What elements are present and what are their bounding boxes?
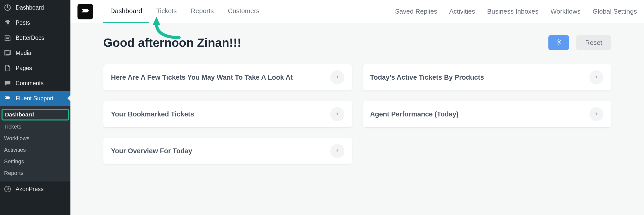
submenu-item-dashboard[interactable]: Dashboard <box>2 109 69 120</box>
card-active-tickets-products[interactable]: Today's Active Tickets By Products <box>362 64 611 91</box>
sidebar-label: Pages <box>16 65 32 72</box>
media-icon <box>4 49 12 57</box>
sidebar-item-dashboard[interactable]: Dashboard <box>0 0 70 15</box>
docs-icon <box>4 34 12 42</box>
expand-button[interactable] <box>330 144 344 158</box>
card-bookmarked-tickets[interactable]: Your Bookmarked Tickets <box>103 101 352 128</box>
tab-dashboard[interactable]: Dashboard <box>103 0 149 23</box>
fluent-support-icon <box>4 94 12 102</box>
sidebar-submenu: Dashboard Tickets Workflows Activities S… <box>0 106 70 181</box>
tab-label: Customers <box>228 7 260 15</box>
submenu-label: Activities <box>4 147 26 153</box>
chevron-right-icon <box>335 74 340 80</box>
chevron-right-icon <box>335 148 340 154</box>
tab-label: Reports <box>191 7 214 15</box>
tab-tickets[interactable]: Tickets <box>149 0 184 23</box>
link-workflows[interactable]: Workflows <box>550 8 580 15</box>
tab-label: Dashboard <box>110 7 142 15</box>
card-title: Your Overview For Today <box>111 147 192 155</box>
tab-customers[interactable]: Customers <box>221 0 267 23</box>
expand-button[interactable] <box>589 70 603 84</box>
chevron-right-icon <box>594 111 599 117</box>
reset-button[interactable]: Reset <box>576 35 611 50</box>
card-agent-performance[interactable]: Agent Performance (Today) <box>362 101 611 128</box>
submenu-label: Reports <box>4 170 23 176</box>
wp-admin-sidebar: Dashboard Posts BetterDocs Media Pages C… <box>0 0 70 215</box>
tab-reports[interactable]: Reports <box>184 0 221 23</box>
chevron-right-icon <box>335 111 340 117</box>
submenu-item-tickets[interactable]: Tickets <box>0 121 70 133</box>
submenu-label: Dashboard <box>5 111 34 118</box>
link-label: Business Inboxes <box>487 8 538 15</box>
link-label: Saved Replies <box>395 8 437 15</box>
sidebar-item-comments[interactable]: Comments <box>0 76 70 91</box>
sidebar-label: Fluent Support <box>16 95 54 102</box>
dashboard-icon <box>4 4 12 12</box>
submenu-label: Workflows <box>4 135 29 141</box>
link-label: Workflows <box>550 8 580 15</box>
svg-point-4 <box>558 41 560 43</box>
comment-icon <box>4 79 12 87</box>
dashboard-cards: Here Are A Few Tickets You May Want To T… <box>103 64 611 164</box>
topbar-right-links: Saved Replies Activities Business Inboxe… <box>395 8 637 15</box>
reset-label: Reset <box>585 39 602 47</box>
content-body: Good afternoon Zinan!!! Reset Here Are A… <box>70 23 644 215</box>
gear-icon <box>555 39 562 46</box>
expand-button[interactable] <box>330 70 344 84</box>
link-icon <box>4 185 12 193</box>
link-label: Activities <box>449 8 475 15</box>
card-overview-today[interactable]: Your Overview For Today <box>103 138 352 164</box>
link-label: Global Settings <box>593 8 637 15</box>
tab-label: Tickets <box>156 7 177 15</box>
topbar: Dashboard Tickets Reports Customers Save… <box>70 0 644 23</box>
sidebar-label: Media <box>16 50 31 56</box>
submenu-label: Tickets <box>4 124 21 130</box>
sidebar-label: Posts <box>16 19 30 26</box>
submenu-item-settings[interactable]: Settings <box>0 156 70 167</box>
submenu-item-activities[interactable]: Activities <box>0 144 70 156</box>
link-global-settings[interactable]: Global Settings <box>593 8 637 15</box>
sidebar-label: Dashboard <box>16 4 44 11</box>
main-area: Dashboard Tickets Reports Customers Save… <box>70 0 644 215</box>
sidebar-item-posts[interactable]: Posts <box>0 15 70 30</box>
submenu-item-workflows[interactable]: Workflows <box>0 133 70 144</box>
sidebar-label: BetterDocs <box>16 35 44 41</box>
card-title: Here Are A Few Tickets You May Want To T… <box>111 74 293 81</box>
page-icon <box>4 64 12 72</box>
expand-button[interactable] <box>589 107 603 121</box>
expand-button[interactable] <box>330 107 344 121</box>
card-title: Today's Active Tickets By Products <box>370 74 484 81</box>
card-title: Your Bookmarked Tickets <box>111 110 194 118</box>
settings-button[interactable] <box>548 35 569 50</box>
link-activities[interactable]: Activities <box>449 8 475 15</box>
page-title: Good afternoon Zinan!!! <box>103 36 241 50</box>
card-few-tickets[interactable]: Here Are A Few Tickets You May Want To T… <box>103 64 352 91</box>
sidebar-item-betterdocs[interactable]: BetterDocs <box>0 30 70 45</box>
content-header-actions: Reset <box>548 35 611 50</box>
link-business-inboxes[interactable]: Business Inboxes <box>487 8 538 15</box>
card-title: Agent Performance (Today) <box>370 110 459 118</box>
sidebar-label: AzonPress <box>16 186 44 193</box>
submenu-label: Settings <box>4 158 24 165</box>
chevron-right-icon <box>594 74 599 80</box>
sidebar-item-azonpress[interactable]: AzonPress <box>0 181 70 197</box>
sidebar-item-pages[interactable]: Pages <box>0 60 70 76</box>
topbar-tabs: Dashboard Tickets Reports Customers <box>103 0 266 23</box>
pin-icon <box>4 19 12 27</box>
fluent-support-logo <box>77 4 93 19</box>
submenu-item-reports[interactable]: Reports <box>0 167 70 179</box>
link-saved-replies[interactable]: Saved Replies <box>395 8 437 15</box>
sidebar-item-fluent-support[interactable]: Fluent Support <box>0 91 70 106</box>
sidebar-label: Comments <box>16 80 44 87</box>
content-header: Good afternoon Zinan!!! Reset <box>103 35 611 50</box>
sidebar-item-media[interactable]: Media <box>0 45 70 60</box>
